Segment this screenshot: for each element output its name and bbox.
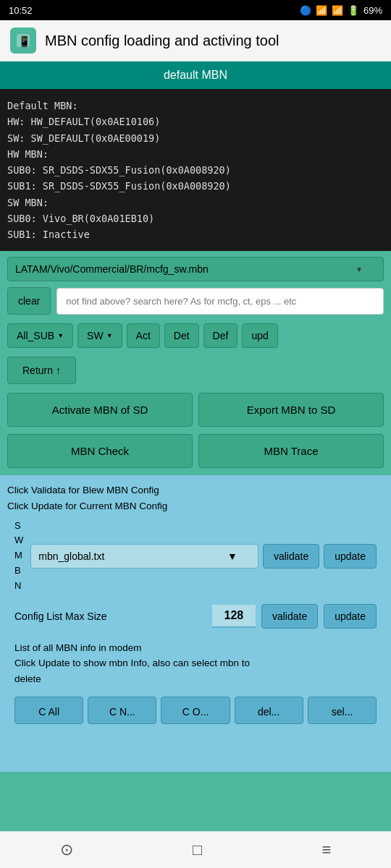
config-row: Config List Max Size 128 validate update: [7, 598, 384, 634]
clear-button[interactable]: clear: [7, 287, 51, 315]
mbn-info-text: List of all MBN info in modem Click Upda…: [14, 640, 377, 687]
mbn-file-value: mbn_global.txt: [38, 550, 104, 562]
mbn-trace-label: MBN Trace: [264, 445, 318, 457]
mbn-info-area: List of all MBN info in modem Click Upda…: [7, 634, 384, 687]
filter-row: All_SUB ▼ SW ▼ Act Det Def upd: [0, 319, 391, 352]
info-line-1: HW: HW_DEFAULT(0x0AE10106): [7, 114, 384, 129]
filter-def[interactable]: Def: [203, 323, 238, 348]
sw-arrow-icon: ▼: [106, 332, 113, 339]
spacer: [7, 728, 384, 772]
bottom-btn-cn[interactable]: C N...: [88, 697, 156, 724]
mbn-trace-button[interactable]: MBN Trace: [198, 434, 384, 468]
config-validate-button[interactable]: validate: [261, 604, 318, 629]
blue-info-text: Click Validata for Blew MBN Config Click…: [7, 482, 384, 514]
filter-act[interactable]: Act: [127, 323, 160, 348]
bottom-btn-all-label: C All: [38, 706, 59, 718]
file-path-dropdown-icon: ▼: [356, 265, 363, 273]
battery-icon: 🔋: [348, 5, 359, 16]
bottom-btn-co[interactable]: C O...: [161, 697, 230, 724]
nav-back-icon[interactable]: ⊙: [60, 841, 73, 859]
activate-mbn-sd-button[interactable]: Activate MBN of SD: [7, 393, 193, 427]
green-area: LATAM/Vivo/Commercial/BR/mcfg_sw.mbn ▼ c…: [0, 251, 391, 475]
return-row: Return ↑: [0, 352, 391, 388]
app-title: MBN config loading and activing tool: [45, 33, 279, 49]
section-header: default MBN: [0, 61, 391, 89]
nav-menu-icon[interactable]: ≡: [322, 841, 332, 859]
mbn-info-line-1: Click Update to show mbn Info, also can …: [14, 655, 377, 671]
mbn-check-label: MBN Check: [71, 445, 129, 457]
file-path-value: LATAM/Vivo/Commercial/BR/mcfg_sw.mbn: [15, 263, 209, 275]
export-mbn-sd-label: Export MBN to SD: [247, 404, 336, 416]
export-mbn-sd-button[interactable]: Export MBN to SD: [198, 393, 384, 427]
info-line-4: SUB0: SR_DSDS-SDX55_Fusion(0x0A008920): [7, 162, 384, 178]
mbn-file-arrow-icon: ▼: [227, 550, 237, 562]
filter-det[interactable]: Det: [164, 323, 199, 348]
bottom-btn-del-label: del...: [258, 706, 279, 718]
info-line-0: Default MBN:: [7, 98, 384, 114]
activate-mbn-sd-label: Activate MBN of SD: [52, 404, 148, 416]
svg-text:📱: 📱: [18, 35, 31, 48]
bottom-partial-buttons: C All C N... C O... del... sel...: [7, 692, 384, 728]
mbn-check-button[interactable]: MBN Check: [7, 434, 193, 468]
status-time: 10:52: [9, 5, 33, 16]
filter-sw-label: SW: [87, 330, 104, 341]
filter-det-label: Det: [174, 330, 190, 341]
search-row: clear: [0, 284, 391, 319]
title-bar: 📱 MBN config loading and activing tool: [0, 20, 391, 61]
info-line-6: SW MBN:: [7, 195, 384, 210]
all-sub-arrow-icon: ▼: [57, 332, 64, 339]
bluetooth-icon: 🔵: [300, 5, 311, 16]
mbn-label-w: W: [14, 533, 23, 548]
info-line-7: SUB0: Vivo_BR(0x0A01EB10): [7, 210, 384, 226]
check-row: MBN Check MBN Trace: [0, 431, 391, 475]
mbn-validate-button[interactable]: validate: [263, 544, 319, 569]
mbn-file-dropdown[interactable]: mbn_global.txt ▼: [30, 544, 258, 569]
mbn-info-line-2: delete: [14, 671, 377, 687]
filter-sw[interactable]: SW ▼: [77, 323, 122, 348]
nav-home-icon[interactable]: □: [193, 841, 202, 859]
info-line-8: SUB1: Inactive: [7, 226, 384, 242]
battery-level: 69%: [363, 5, 382, 16]
filter-upd[interactable]: upd: [242, 323, 277, 348]
signal-icon: 📶: [332, 5, 343, 16]
bottom-btn-co-label: C O...: [182, 706, 209, 718]
info-block: Default MBN: HW: HW_DEFAULT(0x0AE10106) …: [0, 89, 391, 251]
bottom-btn-all[interactable]: C All: [14, 697, 83, 724]
app-icon: 📱: [10, 27, 36, 54]
bottom-btn-del[interactable]: del...: [235, 697, 303, 724]
search-input[interactable]: [56, 288, 384, 315]
info-line-5: SUB1: SR_DSDS-SDX55_Fusion(0x0A008920): [7, 178, 384, 194]
bottom-btn-sel[interactable]: sel...: [308, 697, 377, 724]
status-bar: 10:52 🔵 📶 📶 🔋 69%: [0, 0, 391, 20]
mbn-label-s: S: [14, 519, 23, 534]
filter-act-label: Act: [136, 330, 151, 341]
config-list-value: 128: [212, 605, 256, 628]
info-line-2: SW: SW_DEFAULT(0x0AE00019): [7, 130, 384, 146]
return-button[interactable]: Return ↑: [7, 357, 76, 384]
blue-info-line-0: Click Validata for Blew MBN Config: [7, 482, 384, 498]
mbn-file-row: S W M B N mbn_global.txt ▼ validate upda…: [7, 514, 384, 598]
filter-all-sub[interactable]: All_SUB ▼: [7, 323, 73, 348]
wifi-icon: 📶: [316, 5, 327, 16]
bottom-btn-sel-label: sel...: [332, 706, 353, 718]
section-header-label: default MBN: [164, 69, 227, 81]
info-line-3: HW MBN:: [7, 146, 384, 162]
mbn-label-b: B: [14, 563, 23, 579]
file-path-box[interactable]: LATAM/Vivo/Commercial/BR/mcfg_sw.mbn ▼: [7, 257, 384, 281]
mbn-info-line-0: List of all MBN info in modem: [14, 640, 377, 656]
mbn-label-m: M: [14, 548, 23, 563]
file-path-row: LATAM/Vivo/Commercial/BR/mcfg_sw.mbn ▼: [0, 251, 391, 284]
bottom-btn-cn-label: C N...: [109, 706, 135, 718]
blue-area: Click Validata for Blew MBN Config Click…: [0, 475, 391, 772]
nav-bar: ⊙ □ ≡: [0, 831, 391, 868]
blue-info-line-1: Click Update for Current MBN Config: [7, 498, 384, 514]
mbn-label-column: S W M B N: [14, 519, 23, 594]
filter-def-label: Def: [213, 330, 229, 341]
config-update-button[interactable]: update: [324, 604, 377, 629]
status-icons: 🔵 📶 📶 🔋 69%: [300, 5, 382, 16]
config-list-label: Config List Max Size: [14, 610, 206, 622]
mbn-update-button[interactable]: update: [324, 544, 377, 569]
action-row: Activate MBN of SD Export MBN to SD: [0, 388, 391, 431]
filter-all-sub-label: All_SUB: [17, 330, 54, 341]
mbn-label-n: N: [14, 579, 23, 594]
